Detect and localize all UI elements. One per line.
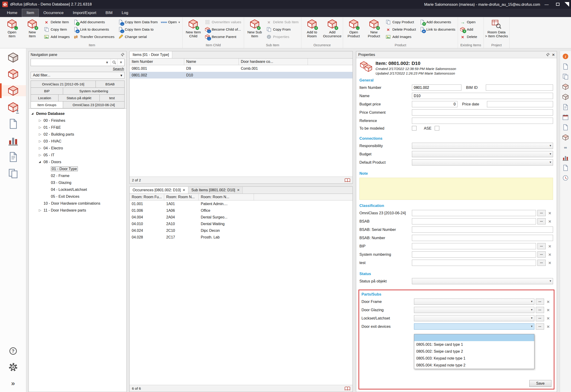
tree-item-demo-database[interactable]: Demo Database [29, 110, 126, 117]
change-serial-button[interactable]: Change serial [118, 34, 158, 39]
tree-item-05-it[interactable]: ▷05 - IT [29, 152, 126, 158]
budget-select[interactable]: ▾ [412, 151, 553, 157]
panel-icon-13[interactable] [562, 174, 569, 181]
rail-documents-button[interactable] [0, 118, 26, 129]
add-documents-button[interactable]: +Add documents [420, 20, 456, 25]
responsibility-select[interactable]: ▾ [412, 143, 553, 149]
expand-icon[interactable]: ▷ [38, 139, 42, 143]
save-button[interactable]: Save [529, 380, 551, 387]
table-row[interactable]: 04.0242C10Dipc Decon [130, 227, 353, 234]
copy-item-data-from-button[interactable]: →Copy Item Data from [118, 20, 158, 25]
add-button[interactable]: +Add [460, 27, 477, 32]
close-properties-icon[interactable]: × [552, 52, 555, 57]
new-item-child-button[interactable]: +New Item Child [183, 17, 203, 42]
transfer-occurrences-button[interactable]: ⇄Transfer Occurrences [73, 34, 114, 39]
become-child-of-button[interactable]: →Become Child of... [205, 27, 241, 32]
tree-item-02-frame[interactable]: 02 - Frame [29, 172, 126, 179]
rail-logs-button[interactable] [0, 152, 26, 163]
rail-templates-button[interactable] [0, 168, 26, 179]
new-item-button[interactable]: +New Item [22, 17, 42, 42]
table-row[interactable]: 01.0061A06Office [130, 207, 353, 214]
chevron-down-icon[interactable]: ▾ [104, 59, 111, 66]
add-to-room-button[interactable]: +Add to Room [302, 17, 322, 42]
door-frame-browse-button[interactable]: ••• [536, 299, 544, 305]
expand-icon[interactable]: ▷ [38, 208, 42, 212]
menu-tab-import-export[interactable]: Import/Export [68, 9, 101, 17]
filter-tab-bip[interactable]: BIP [31, 87, 63, 95]
test-field[interactable] [412, 260, 536, 266]
rail-rooms-button[interactable] [0, 69, 26, 80]
table-row[interactable]: 04.0282C17Prosth. Lab [130, 234, 353, 240]
reference-field[interactable] [412, 118, 553, 124]
tree-item-11-door-hardware-parts[interactable]: ▷11 - Door Hardware parts [29, 207, 126, 214]
panel-info-icon[interactable]: i [562, 53, 569, 60]
door-exit-devices-clear-button[interactable]: × [545, 323, 551, 330]
menu-tab-item[interactable]: Item [22, 9, 39, 17]
filter-tab-omniclass-23-2010-06-24[interactable]: OmniClass 23 [2010-06-24] [63, 101, 125, 108]
add-filter-button[interactable]: Add filter... ▾ [31, 72, 125, 79]
system-numbering-field[interactable] [412, 251, 536, 258]
settings-button[interactable] [8, 362, 18, 373]
door-exit-devices-browse-button[interactable]: ••• [536, 323, 544, 330]
price-comment-field[interactable] [412, 109, 553, 115]
copy-from-button[interactable]: Copy From [266, 27, 299, 32]
menu-tab-bim[interactable]: BIM [101, 9, 117, 17]
close-tab-icon[interactable]: × [237, 188, 240, 192]
omniclass-23-2010-06-24-clear-button[interactable]: × [547, 210, 553, 216]
budget-price-field[interactable] [412, 101, 457, 107]
collapse-icon[interactable] [39, 161, 41, 163]
add-documents-button[interactable]: +Add documents [73, 20, 114, 25]
note-field[interactable] [359, 178, 553, 200]
status-pa-objekt-select[interactable]: ▾ [412, 278, 553, 284]
bsab-number-field[interactable] [412, 235, 553, 241]
door-glazing-select[interactable]: ▾ [414, 307, 534, 313]
clear-search-icon[interactable]: × [117, 59, 124, 66]
door-frame-clear-button[interactable]: × [545, 299, 551, 305]
bip-field[interactable] [412, 243, 536, 249]
door-frame-select[interactable]: ▾ [414, 299, 534, 305]
search-icon[interactable] [111, 59, 117, 66]
system-numbering-clear-button[interactable]: × [547, 251, 553, 258]
expand-icon[interactable]: ▷ [38, 153, 42, 157]
link-to-documents-button[interactable]: ∞Link to documents [420, 27, 456, 32]
delete-button[interactable]: ×Delete [460, 34, 477, 39]
panel-icon-8[interactable] [562, 124, 569, 131]
new-product-button[interactable]: +New Product [364, 17, 384, 42]
bsab-browse-button[interactable]: ••• [537, 218, 546, 224]
item-number-field[interactable] [412, 84, 461, 91]
table-row[interactable]: 04.0042A04Dental Surgeo... [130, 214, 353, 221]
copy-item-button[interactable]: Copy Item [44, 27, 70, 32]
menu-tab-occurrence[interactable]: Occurrence [39, 9, 68, 17]
tree-item-04-lockset-latchset[interactable]: 04 - Lockset/Latchset [29, 186, 126, 193]
tree-item-02-building-parts[interactable]: ▷02 - Building parts [29, 131, 126, 138]
filter-tab-status-p-objekt[interactable]: Status på objekt [58, 94, 100, 101]
panel-icon-7[interactable] [562, 114, 569, 121]
tab-occurrences-0801-002-d10[interactable]: Occurrences [0801.002: D10]× [130, 187, 188, 194]
table-row[interactable]: 0801.002D10 [130, 72, 353, 79]
tree-item-01-door-type[interactable]: 01 - Door Type [29, 165, 126, 172]
omniclass-23-2010-06-24-field[interactable] [412, 210, 536, 216]
close-button[interactable] [565, 2, 569, 7]
search-link[interactable]: Search [31, 67, 124, 71]
add-occurrence-button[interactable]: +Add Occurrence [322, 17, 342, 42]
dropdown-option-0805-002-swipe-card-type-2[interactable]: 0805.002: Swipe card type 2 [414, 348, 534, 355]
column-header-room-room-fu[interactable]: Room: Room Fu... [130, 194, 164, 200]
system-numbering-browse-button[interactable]: ••• [537, 251, 546, 258]
bip-clear-button[interactable]: × [547, 243, 553, 249]
default-product-select[interactable]: ▾ [412, 159, 553, 166]
book-icon[interactable] [345, 387, 350, 391]
dropdown-option-0805-001-swipe-card-type-1[interactable]: 0805.001: Swipe card type 1 [414, 341, 534, 348]
filter-tab-bsab[interactable]: BSAB [96, 81, 125, 88]
omniclass-23-2010-06-24-browse-button[interactable]: ••• [537, 210, 546, 216]
room-data-item-checks-button[interactable]: Room Data > Item Checks [484, 17, 509, 42]
open-product-button[interactable]: →Open Product [343, 17, 364, 42]
tree-item-03-hvac[interactable]: ▷03 - HVAC [29, 138, 126, 145]
search-input[interactable] [31, 60, 104, 64]
menu-tab-log[interactable]: Log [117, 9, 133, 17]
bsab-serial-number-field[interactable] [412, 226, 553, 233]
expand-icon[interactable]: ▷ [38, 126, 42, 129]
filter-tab-test[interactable]: test [100, 94, 125, 101]
copy-product-button[interactable]: Copy Product [386, 20, 416, 25]
overwritten-values-button[interactable]: Overwritten values [205, 20, 241, 25]
table-row[interactable]: 01.0011A01Patient Admin.... [130, 200, 353, 207]
